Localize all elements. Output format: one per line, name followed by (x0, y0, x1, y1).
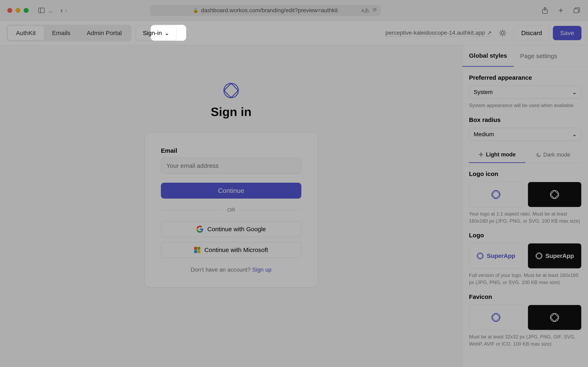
save-button[interactable]: Save (553, 26, 581, 40)
continue-google-button[interactable]: Continue with Google (161, 221, 301, 237)
continue-button[interactable]: Continue (161, 183, 301, 199)
preview-domain-link[interactable]: perceptive-kaleidoscope-14.authkit.app ↗ (385, 30, 492, 36)
tab-authkit[interactable]: AuthKit (8, 26, 44, 40)
radius-heading: Box radius (469, 117, 581, 123)
tabs-overview-icon[interactable] (573, 7, 581, 14)
svg-line-13 (504, 31, 505, 31)
signup-link[interactable]: Sign up (252, 267, 272, 273)
appearance-hint: System appearance will be used when avai… (469, 102, 581, 109)
email-label: Email (161, 147, 301, 154)
browser-chrome: ⌄ ‹ › 🔒 dashboard.workos.com/branding/ed… (0, 0, 588, 21)
microsoft-icon (194, 247, 200, 253)
close-window-icon[interactable] (7, 8, 12, 13)
signin-dropdown[interactable]: Sign-in ⌄ (136, 25, 177, 40)
preview-tabs: AuthKit Emails Admin Portal (7, 25, 131, 42)
logo-light-upload[interactable]: SuperApp (469, 243, 523, 268)
svg-point-30 (492, 313, 500, 322)
svg-point-6 (501, 32, 504, 34)
logo-icon-hint: Your logo at 1:1 aspect ratio. Must be a… (469, 210, 581, 225)
brand-logo-icon (550, 313, 559, 322)
chevron-down-icon: ⌄ (164, 29, 169, 36)
signup-prompt: Don't have an account? Sign up (161, 267, 301, 273)
favicon-light-upload[interactable] (469, 305, 523, 330)
svg-rect-0 (39, 8, 44, 13)
svg-line-12 (504, 35, 505, 35)
email-input[interactable] (161, 158, 301, 174)
tab-global-styles[interactable]: Global styles (462, 45, 514, 67)
tab-light-mode[interactable]: Light mode (469, 147, 525, 163)
svg-point-17 (480, 154, 482, 155)
back-icon[interactable]: ‹ (61, 6, 63, 15)
tab-dark-mode[interactable]: Dark mode (525, 147, 582, 163)
svg-point-22 (492, 191, 500, 199)
signin-dropdown-label: Sign-in (143, 30, 162, 36)
reload-icon[interactable]: ⟳ (373, 7, 377, 14)
url-text: dashboard.workos.com/branding/edit?previ… (201, 7, 338, 14)
address-bar[interactable]: 🔒 dashboard.workos.com/branding/edit?pre… (150, 5, 381, 16)
app-toolbar: AuthKit Emails Admin Portal Sign-in ⌄ pe… (0, 21, 588, 45)
page-title: Sign in (211, 105, 251, 119)
favicon-heading: Favicon (469, 293, 581, 300)
svg-rect-5 (574, 9, 579, 13)
or-divider: OR (161, 207, 301, 213)
external-link-icon: ↗ (487, 30, 492, 36)
new-tab-icon[interactable] (557, 7, 565, 14)
tab-page-settings[interactable]: Page settings (514, 45, 564, 67)
preview-canvas: Sign in Email Continue OR Continue with … (0, 45, 462, 367)
settings-sidebar: Global styles Page settings Preferred ap… (462, 45, 588, 367)
fullscreen-window-icon[interactable] (24, 8, 29, 13)
logo-icon-light-upload[interactable] (469, 182, 523, 207)
logo-icon-heading: Logo icon (469, 170, 581, 177)
brand-logo-icon (491, 313, 501, 322)
svg-point-32 (550, 313, 559, 322)
logo-hint: Full version of your logo. Must be at le… (469, 272, 581, 286)
chevron-down-icon[interactable]: ⌄ (47, 6, 53, 15)
translate-icon[interactable]: ᴀあ (361, 7, 370, 14)
continue-microsoft-button[interactable]: Continue with Microsoft (161, 242, 301, 258)
favicon-hint: Must be at least 32x32 px (JPG, PNG, GIF… (469, 333, 581, 348)
svg-point-24 (550, 191, 559, 199)
brand-logo-icon (491, 190, 501, 200)
tab-emails[interactable]: Emails (44, 26, 79, 40)
brand-logo-icon (550, 190, 559, 200)
logo-icon-dark-upload[interactable] (528, 182, 582, 207)
tab-admin-portal[interactable]: Admin Portal (79, 26, 130, 40)
theme-toggle-icon[interactable] (498, 28, 508, 38)
chevron-down-icon: ⌄ (572, 89, 577, 96)
appearance-select[interactable]: System ⌄ (469, 86, 581, 99)
lock-icon: 🔒 (193, 8, 199, 13)
chevron-down-icon: ⌄ (572, 131, 577, 138)
logo-heading: Logo (469, 232, 581, 239)
svg-line-11 (500, 31, 501, 31)
favicon-dark-upload[interactable] (528, 305, 582, 330)
appearance-heading: Preferred appearance (469, 74, 581, 81)
forward-icon[interactable]: › (65, 6, 67, 15)
window-controls (7, 8, 29, 13)
svg-point-26 (477, 253, 483, 259)
brand-logo-icon (223, 82, 240, 99)
sidebar-tabs: Global styles Page settings (462, 45, 588, 67)
svg-line-14 (500, 35, 501, 35)
moon-icon (536, 153, 541, 157)
mode-tabs: Light mode Dark mode (469, 147, 581, 163)
share-icon[interactable] (541, 7, 549, 14)
svg-point-28 (536, 253, 542, 259)
discard-button[interactable]: Discard (514, 26, 550, 40)
logo-dark-upload[interactable]: SuperApp (528, 243, 582, 268)
radius-select[interactable]: Medium ⌄ (469, 128, 581, 141)
sun-icon (479, 152, 484, 157)
svg-point-15 (224, 83, 238, 98)
minimize-window-icon[interactable] (16, 8, 20, 13)
google-icon (196, 226, 203, 233)
sidebar-toggle-icon[interactable] (38, 7, 45, 14)
auth-card: Email Continue OR Continue with Google C… (144, 133, 318, 287)
